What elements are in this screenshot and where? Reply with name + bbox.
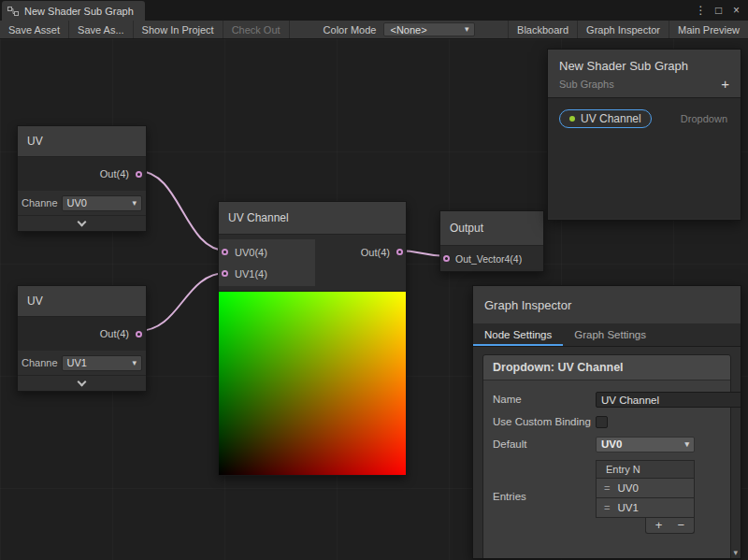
- add-property-button[interactable]: +: [721, 79, 729, 90]
- channel-value: UV0: [67, 197, 87, 208]
- channel-dropdown[interactable]: UV0 ▾: [62, 195, 142, 211]
- output-port[interactable]: [396, 249, 403, 255]
- tab-title: New Shader Sub Graph: [24, 6, 134, 17]
- section-title: Dropdown: UV Channel: [483, 355, 730, 381]
- save-as-button[interactable]: Save As...: [69, 21, 134, 38]
- channel-dropdown[interactable]: UV1 ▾: [62, 355, 142, 371]
- property-label: UV Channel: [581, 112, 641, 125]
- color-mode-value: <None>: [390, 24, 426, 36]
- input-port-row: UV1(4): [219, 263, 315, 284]
- collapse-toggle[interactable]: [18, 215, 146, 231]
- input-port[interactable]: [222, 249, 228, 255]
- edge-uv0[interactable]: [138, 171, 226, 251]
- inspector-title[interactable]: Graph Inspector: [473, 286, 741, 323]
- name-field-row: Name: [483, 388, 730, 411]
- shader-graph-icon: [7, 6, 19, 17]
- inspector-content: Dropdown: UV Channel Name Use Custom Bin…: [473, 347, 741, 559]
- output-port[interactable]: [136, 171, 142, 178]
- port-label: Out(4): [361, 247, 390, 258]
- window-controls: ⋮ □ ×: [694, 0, 748, 21]
- entries-list-header: Entry N: [596, 460, 695, 479]
- entries-field-row: Entries Entry N = UV0 = UV1: [483, 456, 730, 538]
- binding-field-row: Use Custom Binding: [483, 411, 730, 433]
- default-dropdown[interactable]: UV0 ▾: [596, 437, 695, 452]
- shader-graph-toolbar: Save Asset Save As... Show In Project Ch…: [0, 21, 748, 39]
- name-label: Name: [493, 393, 596, 407]
- blackboard-property-pill[interactable]: UV Channel: [559, 109, 652, 128]
- collapse-toggle[interactable]: [18, 375, 146, 391]
- entry-value: UV1: [617, 502, 638, 513]
- edge-uv1[interactable]: [138, 273, 226, 331]
- kebab-menu-icon[interactable]: ⋮: [694, 4, 708, 17]
- remove-entry-button[interactable]: −: [677, 519, 684, 531]
- blackboard-header[interactable]: New Shader Sub Graph Sub Graphs +: [548, 50, 741, 98]
- input-ports: UV0(4) UV1(4): [219, 239, 315, 286]
- entry-row[interactable]: = UV0: [596, 479, 695, 498]
- blackboard-subtitle: Sub Graphs: [559, 79, 614, 90]
- output-port-row: Out(4): [18, 317, 146, 351]
- port-label: UV1(4): [235, 268, 267, 280]
- use-custom-binding-label: Use Custom Binding: [493, 415, 596, 429]
- maximize-icon[interactable]: □: [712, 4, 726, 17]
- tab-graph-settings[interactable]: Graph Settings: [563, 323, 657, 346]
- input-port-row: UV0(4): [219, 241, 315, 263]
- input-port[interactable]: [222, 270, 228, 277]
- node-title[interactable]: UV: [18, 286, 146, 317]
- show-in-project-button[interactable]: Show In Project: [134, 21, 223, 38]
- property-type-label: Dropdown: [681, 113, 727, 124]
- toolbar-right-group: Blackboard Graph Inspector Main Preview: [508, 21, 748, 38]
- node-title[interactable]: Output: [440, 211, 543, 246]
- output-ports: Out(4): [361, 239, 406, 286]
- chevron-down-icon: [78, 377, 87, 386]
- save-asset-button[interactable]: Save Asset: [0, 21, 69, 38]
- output-port[interactable]: [136, 331, 142, 337]
- property-color-dot: [569, 116, 575, 122]
- graph-canvas[interactable]: UV Out(4) Channe UV0 ▾ UV Out(4) Channe …: [0, 39, 748, 560]
- uv-node-bottom[interactable]: UV Out(4) Channe UV1 ▾: [17, 285, 147, 392]
- graph-inspector-panel: Graph Inspector Node Settings Graph Sett…: [472, 285, 741, 559]
- name-input[interactable]: [596, 392, 741, 408]
- main-preview-toggle-button[interactable]: Main Preview: [669, 21, 748, 38]
- default-field-row: Default UV0 ▾: [483, 433, 730, 456]
- chevron-down-icon: ▾: [132, 199, 137, 208]
- window-tab-bar: New Shader Sub Graph ⋮ □ ×: [0, 0, 748, 21]
- uv-channel-node[interactable]: UV Channel UV0(4) UV1(4) Out(4): [218, 201, 407, 476]
- uv-node-top[interactable]: UV Out(4) Channe UV0 ▾: [17, 125, 147, 232]
- channel-control-row: Channe UV0 ▾: [18, 191, 146, 215]
- color-mode-dropdown[interactable]: <None> ▾: [383, 22, 475, 36]
- uv-preview-green-gradient: [219, 292, 406, 475]
- blackboard-title: New Shader Sub Graph: [559, 59, 729, 73]
- node-title[interactable]: UV: [18, 126, 146, 157]
- tab-node-settings[interactable]: Node Settings: [473, 323, 563, 346]
- drag-handle-icon[interactable]: =: [604, 502, 610, 513]
- check-out-button: Check Out: [223, 21, 290, 38]
- scroll-down-icon[interactable]: ▾: [733, 548, 738, 557]
- node-title[interactable]: UV Channel: [219, 202, 406, 235]
- entries-label: Entries: [493, 490, 596, 504]
- input-port[interactable]: [443, 255, 450, 262]
- entry-value: UV0: [617, 482, 638, 494]
- add-entry-button[interactable]: +: [655, 519, 663, 531]
- node-body: UV0(4) UV1(4) Out(4): [219, 235, 406, 291]
- uv-preview: [219, 291, 406, 475]
- port-label: Out(4): [100, 168, 129, 179]
- use-custom-binding-checkbox[interactable]: [596, 416, 608, 428]
- chevron-down-icon: ▾: [465, 25, 469, 34]
- blackboard-item: UV Channel Dropdown: [559, 109, 729, 128]
- color-mode-label: Color Mode: [316, 21, 384, 38]
- chevron-down-icon: [78, 217, 87, 226]
- drag-handle-icon[interactable]: =: [604, 482, 610, 494]
- channel-label: Channe: [22, 357, 58, 368]
- output-port-row: Out(4): [361, 241, 403, 263]
- entries-list: Entry N = UV0 = UV1 + −: [596, 460, 695, 534]
- entry-row[interactable]: = UV1: [596, 498, 695, 518]
- blackboard-toggle-button[interactable]: Blackboard: [508, 21, 578, 38]
- close-icon[interactable]: ×: [729, 4, 743, 17]
- channel-control-row: Channe UV1 ▾: [18, 351, 146, 375]
- tab-shader-subgraph[interactable]: New Shader Sub Graph: [2, 1, 145, 21]
- default-value: UV0: [601, 438, 622, 450]
- output-node[interactable]: Output Out_Vector4(4): [439, 210, 544, 272]
- channel-value: UV1: [67, 357, 87, 368]
- graph-inspector-toggle-button[interactable]: Graph Inspector: [578, 21, 669, 38]
- dropdown-settings-panel: Dropdown: UV Channel Name Use Custom Bin…: [482, 354, 731, 559]
